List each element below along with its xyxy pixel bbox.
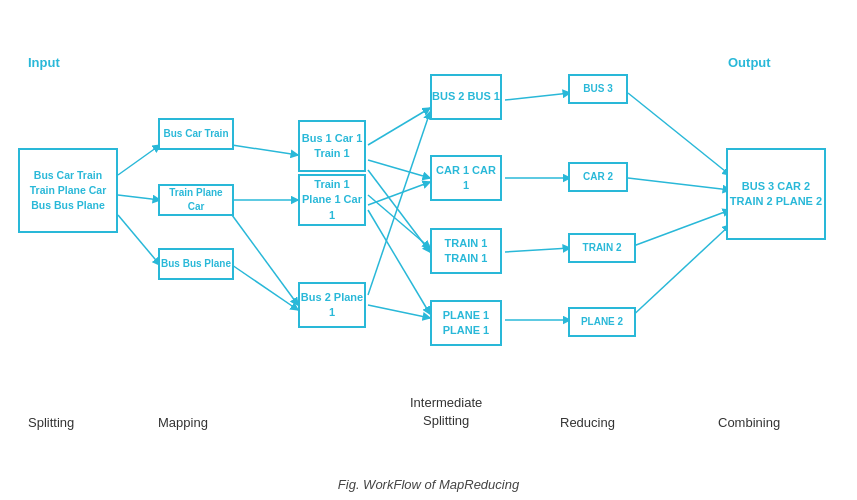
svg-line-12 — [368, 170, 430, 252]
svg-line-23 — [628, 225, 730, 320]
svg-line-15 — [368, 210, 430, 314]
reduce-box-4: PLANE 2 — [568, 307, 636, 337]
split-box-1: Bus 1 Car 1 Train 1 — [298, 120, 366, 172]
stage-reducing: Reducing — [560, 415, 615, 430]
input-label: Input — [28, 55, 60, 70]
svg-line-7 — [232, 265, 298, 310]
map-box-1: Bus Car Train — [158, 118, 234, 150]
map-box-3: Bus Bus Plane — [158, 248, 234, 280]
stage-mapping: Mapping — [158, 415, 208, 430]
svg-line-14 — [368, 112, 430, 295]
svg-line-11 — [368, 182, 430, 205]
diagram-container: Input Bus Car Train Train Plane Car Bus … — [0, 0, 857, 460]
svg-line-13 — [368, 305, 430, 318]
output-box: BUS 3 CAR 2 TRAIN 2 PLANE 2 — [726, 148, 826, 240]
svg-line-8 — [368, 108, 430, 145]
split-box-2: Train 1 Plane 1 Car 1 — [298, 174, 366, 226]
map-box-2: Train Plane Car — [158, 184, 234, 216]
reduce-box-3: TRAIN 2 — [568, 233, 636, 263]
svg-line-21 — [628, 178, 730, 190]
input-box: Bus Car Train Train Plane Car Bus Bus Pl… — [18, 148, 118, 233]
output-label: Output — [728, 55, 771, 70]
svg-line-9 — [368, 160, 430, 178]
svg-line-18 — [505, 248, 570, 252]
stage-combining: Combining — [718, 415, 780, 430]
svg-line-22 — [628, 210, 730, 248]
svg-line-2 — [118, 195, 160, 200]
fig-caption: Fig. WorkFlow of MapReducing — [0, 477, 857, 492]
stage-intermediate: Intermediate Splitting — [410, 394, 482, 430]
svg-line-3 — [118, 215, 160, 265]
svg-line-4 — [232, 145, 298, 155]
svg-line-10 — [368, 195, 430, 248]
reduce-box-2: CAR 2 — [568, 162, 628, 192]
svg-line-20 — [628, 93, 730, 175]
inter-box-3: TRAIN 1 TRAIN 1 — [430, 228, 502, 274]
stage-splitting: Splitting — [28, 415, 74, 430]
inter-box-4: PLANE 1 PLANE 1 — [430, 300, 502, 346]
svg-line-1 — [118, 145, 160, 175]
svg-line-16 — [505, 93, 570, 100]
reduce-box-1: BUS 3 — [568, 74, 628, 104]
svg-line-6 — [232, 215, 298, 305]
inter-box-1: BUS 2 BUS 1 — [430, 74, 502, 120]
split-box-3: Bus 2 Plane 1 — [298, 282, 366, 328]
inter-box-2: CAR 1 CAR 1 — [430, 155, 502, 201]
